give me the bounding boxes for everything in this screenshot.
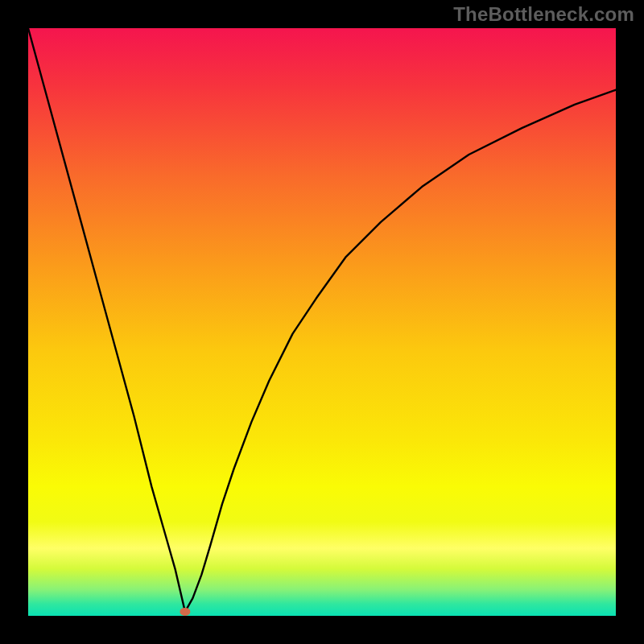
- plot-area: [28, 28, 616, 616]
- chart-frame: TheBottleneck.com: [0, 0, 644, 644]
- gradient-background: [28, 28, 616, 616]
- watermark-text: TheBottleneck.com: [453, 3, 634, 26]
- optimum-marker: [180, 608, 190, 616]
- bottleneck-chart: [28, 28, 616, 616]
